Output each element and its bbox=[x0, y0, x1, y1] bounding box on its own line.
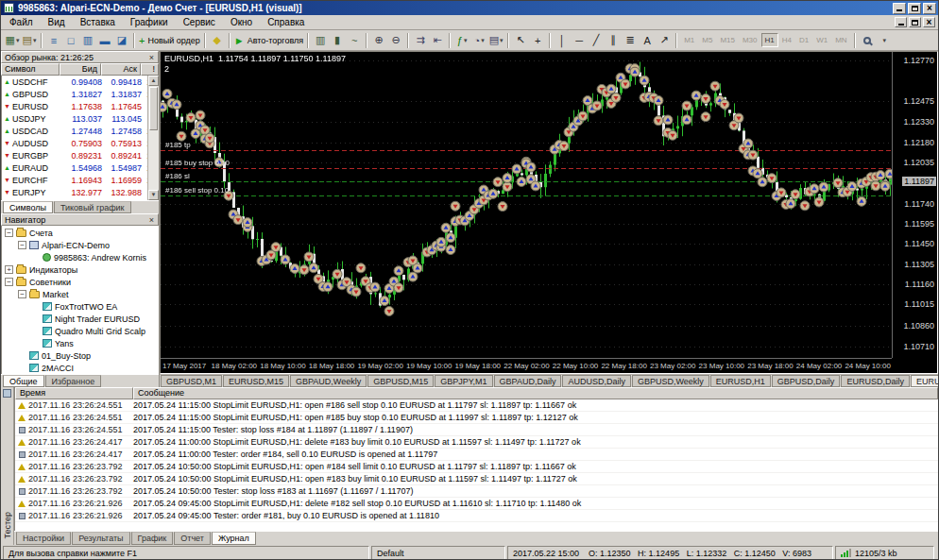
timeframe-MN-button[interactable]: MN bbox=[831, 33, 850, 47]
chart-tab-GBPUSD,M15[interactable]: GBPUSD,M15 bbox=[367, 375, 434, 387]
chart-tab-GBPAUD,Daily[interactable]: GBPAUD,Daily bbox=[494, 375, 562, 387]
tree-item-Night Trader EURUSD[interactable]: Night Trader EURUSD bbox=[2, 313, 159, 325]
tester-tab-Журнал[interactable]: Журнал bbox=[212, 532, 256, 545]
vertical-line-button[interactable]: │ bbox=[554, 32, 571, 49]
autoscroll-button[interactable]: ⇉ bbox=[412, 32, 429, 49]
market-watch-col-![interactable]: ! bbox=[141, 63, 159, 76]
tree-item-2MACCI[interactable]: 2MACCI bbox=[2, 362, 159, 374]
journal-col-message[interactable]: Сообщение bbox=[133, 387, 938, 399]
chart-tab-EURUSD,H1[interactable]: EURUSD,H1 bbox=[911, 375, 938, 387]
menu-item-Окно[interactable]: Окно bbox=[223, 16, 260, 28]
expand-icon[interactable]: + bbox=[5, 265, 13, 274]
market-watch-row-USDJPY[interactable]: ▲USDJPY113.037113.0458 bbox=[2, 112, 159, 125]
market-watch-toggle[interactable]: ≡ bbox=[45, 32, 62, 49]
scroll-track[interactable] bbox=[148, 86, 159, 190]
chart-shift-button[interactable]: ⇤ bbox=[429, 32, 446, 49]
toolbar-overflow-button[interactable]: ▾ bbox=[876, 32, 893, 49]
market-watch-col-Бид[interactable]: Бид bbox=[60, 63, 101, 76]
fibonacci-button[interactable]: ≣ bbox=[622, 32, 639, 49]
data-window-toggle[interactable]: □ bbox=[62, 32, 79, 49]
scroll-up-icon[interactable]: ▲ bbox=[148, 76, 159, 86]
market-watch-row-USDCHF[interactable]: ▲USDCHF0.994080.9941810 bbox=[2, 76, 159, 88]
market-watch-col-Аск[interactable]: Аск bbox=[101, 63, 141, 76]
journal-row[interactable]: 2017.11.16 23:26:21.9262017.05.24 09:45:… bbox=[15, 510, 938, 522]
chart-tab-AUDUSD,Daily[interactable]: AUDUSD,Daily bbox=[562, 375, 631, 387]
tester-tab-Отчет[interactable]: Отчет bbox=[174, 532, 211, 545]
zoom-out-button[interactable]: ⊖ bbox=[387, 32, 404, 49]
journal-row[interactable]: 2017.11.16 23:26:24.4172017.05.24 11:00:… bbox=[15, 449, 938, 461]
market-watch-row-EURGBP[interactable]: ▼EURGBP0.892310.8924110 bbox=[2, 149, 159, 161]
navigator-close-icon[interactable]: × bbox=[148, 216, 155, 224]
market-watch-row-EURAUD[interactable]: ▲EURAUD1.549681.5498719 bbox=[2, 161, 159, 174]
journal-row[interactable]: 2017.11.16 23:26:24.4172017.05.24 11:00:… bbox=[15, 436, 938, 449]
journal-col-time[interactable]: Время bbox=[15, 387, 133, 399]
timeframe-M30-button[interactable]: M30 bbox=[739, 33, 761, 47]
timeframe-M1-button[interactable]: M1 bbox=[680, 33, 698, 47]
timeframe-M15-button[interactable]: M15 bbox=[716, 33, 739, 47]
tree-item-9985863: Andrew Kornis[interactable]: 9985863: Andrew Kornis bbox=[2, 251, 159, 263]
timeframe-H4-button[interactable]: H4 bbox=[778, 33, 795, 47]
tree-item-FoxTrotTWO EA[interactable]: FoxTrotTWO EA bbox=[2, 300, 159, 313]
collapse-icon[interactable]: − bbox=[5, 278, 13, 286]
cursor-button[interactable]: ↖ bbox=[512, 32, 529, 49]
status-profile[interactable]: Default bbox=[371, 546, 505, 560]
symbol-search-button[interactable] bbox=[859, 32, 876, 49]
tester-tab-График[interactable]: График bbox=[131, 532, 174, 545]
tester-tab-Результаты[interactable]: Результаты bbox=[72, 532, 129, 545]
tree-item-Счета[interactable]: −Счета bbox=[2, 227, 159, 239]
tree-item-Quadro Multi Grid Scalp[interactable]: Quadro Multi Grid Scalp bbox=[2, 325, 159, 337]
market-watch-row-EURJPY[interactable]: ▼EURJPY132.977132.98811 bbox=[2, 186, 159, 198]
market-watch-row-GBPUSD[interactable]: ▲GBPUSD1.318271.3183710 bbox=[2, 88, 159, 100]
market-watch-close-icon[interactable]: × bbox=[148, 54, 155, 61]
line-chart-button[interactable]: ~ bbox=[346, 32, 363, 49]
metaeditor-button[interactable]: ◆ bbox=[209, 32, 226, 49]
tab-Общие[interactable]: Общие bbox=[3, 375, 44, 387]
menu-item-Графики[interactable]: Графики bbox=[123, 16, 176, 28]
new-order-button[interactable]: +Новый ордер bbox=[138, 32, 201, 49]
timeframe-H1-button[interactable]: H1 bbox=[761, 33, 778, 47]
mdi-restore-button[interactable] bbox=[909, 17, 921, 27]
periods-button[interactable]: ◔▾ bbox=[470, 32, 487, 49]
menu-item-Справка[interactable]: Справка bbox=[260, 16, 312, 28]
market-watch-scrollbar[interactable]: ▲ ▼ bbox=[147, 76, 159, 200]
tree-item-Alpari-ECN-Demo[interactable]: −Alpari-ECN-Demo bbox=[2, 239, 159, 251]
journal-row[interactable]: 2017.11.16 23:26:21.9262017.05.24 09:45:… bbox=[15, 498, 938, 510]
autotrading-button[interactable]: ►Авто-торговля bbox=[233, 32, 304, 49]
chart-tab-GBPUSD,Weekly[interactable]: GBPUSD,Weekly bbox=[632, 375, 709, 387]
timeframe-D1-button[interactable]: D1 bbox=[795, 33, 812, 47]
crosshair-button[interactable]: + bbox=[529, 32, 546, 49]
tree-item-01_Buy-Stop[interactable]: 01_Buy-Stop bbox=[2, 349, 159, 362]
horizontal-line-button[interactable]: ─ bbox=[571, 32, 588, 49]
journal-row[interactable]: 2017.11.16 23:26:23.7922017.05.24 10:50:… bbox=[15, 461, 938, 473]
terminal-toggle[interactable]: ▬ bbox=[96, 32, 113, 49]
mdi-close-button[interactable]: × bbox=[923, 17, 935, 27]
chart-tab-EURUSD,Daily[interactable]: EURUSD,Daily bbox=[841, 375, 910, 387]
collapse-icon[interactable]: − bbox=[18, 290, 26, 298]
market-watch-row-AUDUSD[interactable]: ▼AUDUSD0.759030.7591310 bbox=[2, 137, 159, 149]
chart-tab-EURUSD,H1[interactable]: EURUSD,H1 bbox=[710, 375, 771, 387]
scroll-down-icon[interactable]: ▼ bbox=[148, 190, 159, 200]
journal-row[interactable]: 2017.11.16 23:26:24.5512017.05.24 11:15:… bbox=[15, 399, 938, 412]
journal-row[interactable]: 2017.11.16 23:26:24.5512017.05.24 11:15:… bbox=[15, 412, 938, 424]
tree-item-Market[interactable]: −Market bbox=[2, 288, 159, 300]
menu-item-Вид[interactable]: Вид bbox=[41, 16, 73, 28]
minimize-button[interactable] bbox=[893, 3, 906, 14]
trendline-button[interactable]: ╱ bbox=[588, 32, 605, 49]
timeframe-W1-button[interactable]: W1 bbox=[812, 33, 831, 47]
tab-Символы[interactable]: Символы bbox=[3, 201, 53, 213]
templates-button[interactable]: ▤▾ bbox=[487, 32, 504, 49]
tester-tab-Настройки[interactable]: Настройки bbox=[16, 532, 71, 545]
chart-tab-GBPAUD,Weekly[interactable]: GBPAUD,Weekly bbox=[290, 375, 367, 387]
menu-item-Файл[interactable]: Файл bbox=[2, 16, 41, 28]
profiles-button[interactable]: ▤▾ bbox=[21, 32, 38, 49]
menu-item-Сервис[interactable]: Сервис bbox=[176, 16, 223, 28]
tree-item-Советники[interactable]: −Советники bbox=[2, 276, 159, 288]
navigator-toggle[interactable]: ▥ bbox=[79, 32, 96, 49]
chart-area[interactable]: EURUSD,H1 1.11754 1.11897 1.11750 1.1189… bbox=[160, 51, 938, 374]
close-button[interactable]: × bbox=[923, 3, 936, 14]
new-chart-button[interactable]: ▦▾ bbox=[4, 32, 21, 49]
menu-item-Вставка[interactable]: Вставка bbox=[73, 16, 123, 28]
market-watch-row-EURCHF[interactable]: ▼EURCHF1.169431.1695916 bbox=[2, 174, 159, 186]
chart-tab-GBPUSD,M1[interactable]: GBPUSD,M1 bbox=[161, 375, 222, 387]
journal-row[interactable]: 2017.11.16 23:26:23.7922017.05.24 10:50:… bbox=[15, 485, 938, 498]
